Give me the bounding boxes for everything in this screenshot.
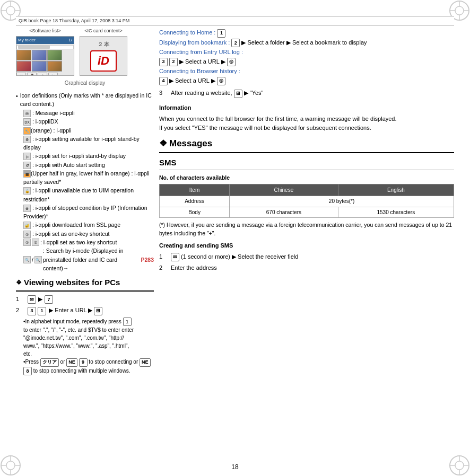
table-label: No. of characters available (159, 173, 454, 182)
key-browser-circle: ◎ (217, 77, 225, 85)
messages-title-text: Messages (169, 137, 212, 151)
table-row-body: Body 670 characters 1530 characters (160, 207, 454, 218)
table-cell-address-item: Address (160, 196, 230, 207)
key-square: ⊞ (94, 307, 102, 315)
applidx-icon: DX (23, 118, 31, 126)
sms-step-1: 1 ✉ (1 second or more) ▶ Select the rece… (159, 252, 454, 262)
bullet-list: • Icon definitions (Only marks with * ar… (16, 91, 154, 273)
list-item: 🔍/🔍 : Search by i-mode (Displayed in pre… (23, 246, 154, 272)
key-ne: NE (66, 358, 77, 367)
displaying-bookmark-label: Displaying from bookmark : (159, 39, 230, 46)
stopped-icon: ⊗ (23, 205, 31, 212)
step-2-content: 3 1 ▶ Enter a URL ▶ ⊞ (28, 306, 102, 315)
diamond-icon: ❖ (16, 278, 22, 287)
key-7: 7 (45, 295, 53, 304)
sms-title: SMS (159, 156, 454, 170)
connecting-entry-line: Connecting from Entry URL log : (159, 48, 454, 57)
list-item: ⏱ : i-αppli with Auto start setting (23, 161, 154, 169)
info-line-2: If you select "YES" the message will not… (159, 124, 454, 133)
table-header-item: Item (160, 184, 230, 196)
displaying-bookmark-step: ▶ Select a folder ▶ Select a bookmark to… (241, 39, 367, 46)
step-2-note-5: etc. (23, 350, 154, 358)
key-3: 3 (28, 307, 36, 315)
svg-point-1 (6, 6, 15, 15)
key-entry-2: 2 (169, 58, 178, 66)
connecting-to-home-label: Connecting to Home : (159, 29, 215, 36)
table-cell-address-value: 20 bytes(*) (230, 196, 454, 207)
key-entry-3: 3 (159, 58, 168, 66)
messages-section: ❖ Messages SMS No. of characters availab… (159, 137, 454, 272)
left-column: <Software list> My folder1/ (16, 28, 154, 460)
key-1: 1 (38, 307, 46, 315)
sms-step-2-text: Enter the address (171, 263, 217, 272)
table-header-chinese: Chinese (230, 184, 338, 196)
entry-step-text: ▶ Select a URL ▶ (179, 57, 225, 66)
sms-step-1-content: ✉ (1 second or more) ▶ Select the receiv… (171, 252, 298, 262)
orange-icon: 🔧 (23, 127, 31, 135)
key-mail: ✉ (28, 295, 36, 304)
step-2: 2 3 1 ▶ Enter a URL ▶ ⊞ (16, 306, 154, 315)
sms-step-2: 2 Enter the address (159, 263, 454, 272)
list-item: ▦(Upper half in gray, lower half in oran… (23, 169, 154, 187)
connecting-entry-label: Connecting from Entry URL log : (159, 49, 243, 55)
key-home-1: 1 (217, 29, 225, 38)
search-icon2: 🔍 (34, 256, 42, 263)
images-section: <Software list> My folder1/ (16, 28, 154, 76)
list-item: ⚙ : i-αppli setting available for i-αppl… (23, 135, 154, 152)
ic-card-image: ２ 本 iD (80, 36, 127, 76)
table-header-english: English (338, 184, 454, 196)
software-list-label: <Software list> (16, 28, 74, 35)
svg-point-13 (6, 461, 15, 470)
svg-point-7 (455, 6, 464, 15)
footnote-text: (*) However, if you are sending a messag… (159, 222, 452, 236)
list-item: 🔧(orange) : i-αppli (23, 126, 154, 135)
info-title: Information (159, 103, 454, 112)
list-item: 🔒 : i-αppli unavailable due to UIM opera… (23, 186, 154, 204)
step-3-number: 3 (159, 89, 167, 98)
search-icon: 🔍 (23, 256, 31, 263)
characters-table: Item Chinese English Address 20 bytes(*)… (159, 184, 454, 218)
standby-icon: ▷ (23, 153, 31, 160)
connecting-entry-steps: 3 2 ▶ Select a URL ▶ ◎ (159, 57, 454, 66)
steps-section: 1 ✉ ▶ 7 2 3 1 ▶ Enter a URL ▶ ⊞ •In alph… (16, 295, 154, 376)
table-cell-body-chinese: 670 characters (230, 207, 338, 218)
bullet-intro-text: Icon definitions (Only marks with * are … (20, 91, 154, 109)
press-note: •Press クリア or NE 9 to stop connecting or… (23, 358, 154, 375)
message-icon: ✉ (23, 110, 31, 117)
connecting-browser-line: Connecting to Browser history : (159, 67, 454, 76)
displaying-bookmark-line: Displaying from bookmark : 2 ▶ Select a … (159, 38, 454, 48)
graphical-display-label: Graphical display (16, 79, 154, 87)
ic-card-box: <IC card content> ２ 本 iD (80, 28, 127, 76)
step-2-note-1: •In alphabet input mode, repeatedly pres… (23, 318, 154, 327)
information-box: Information When you connect to the full… (159, 103, 454, 133)
connecting-to-home: Connecting to Home : 1 (159, 28, 454, 38)
key-step3-square: ⊞ (234, 90, 242, 98)
step-2-number: 2 (16, 306, 23, 315)
info-content: When you connect to the full browser for… (159, 114, 454, 133)
section-title: Viewing websites for PCs (24, 277, 120, 289)
step-3: 3 After reading a website, ⊞ ▶ "Yes" (159, 89, 454, 98)
key-entry-circle: ◎ (227, 58, 236, 66)
partial-icon: ▦ (23, 170, 31, 178)
messages-title: ❖ Messages (159, 137, 454, 153)
step-1: 1 ✉ ▶ 7 (16, 295, 154, 304)
connecting-browser-label: Connecting to Browser history : (159, 68, 240, 74)
table-cell-body-english: 1530 characters (338, 207, 454, 218)
main-content: <Software list> My folder1/ (16, 28, 454, 460)
page-number: 18 (231, 463, 238, 471)
list-item: ▷ : i-αppli set for i-αppli stand-by dis… (23, 152, 154, 160)
list-item: ✉ : Message i-αppli (23, 109, 154, 117)
bullet-items: ✉ : Message i-αppli DX : i-αppliDX 🔧(ora… (16, 109, 154, 272)
setting-icon: ⚙ (23, 136, 31, 143)
step-2-note-4: www.", "https://www.", "www.", ".asp", "… (23, 342, 154, 350)
header-text: QIR.book Page 18 Thursday, April 17, 200… (19, 18, 129, 23)
bullet-intro: • Icon definitions (Only marks with * ar… (16, 91, 154, 109)
ic-card-label: <IC card content> (80, 28, 127, 35)
bullet-dot: • (16, 92, 18, 109)
list-item: ⊗ : i-αppli of stopped condition by IP (… (23, 204, 154, 221)
step-3-content: After reading a website, ⊞ ▶ "Yes" (171, 89, 264, 98)
sms-step-2-number: 2 (159, 263, 167, 272)
svg-point-19 (455, 461, 464, 470)
list-item: ①② : i-αppli set as two-key shortcut (23, 238, 154, 246)
key-ne2: NE (140, 358, 151, 367)
